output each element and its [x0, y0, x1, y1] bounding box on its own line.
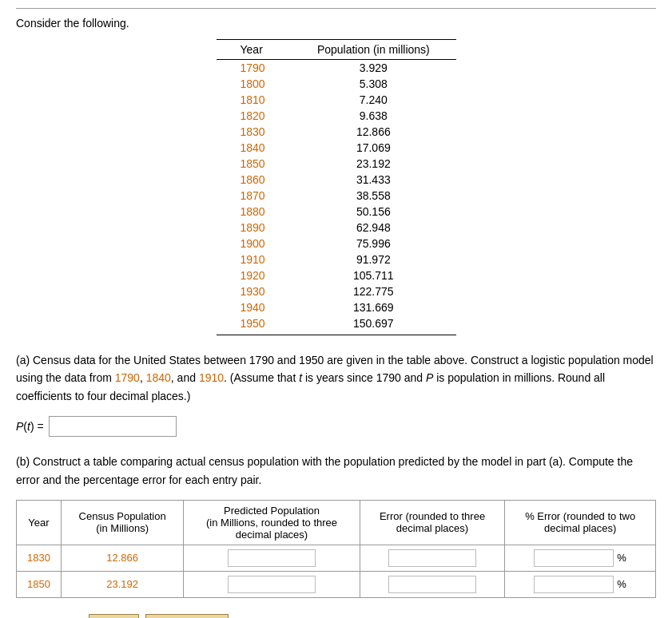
talk-to-tutor-button[interactable]: Talk to a Tutor [145, 614, 229, 618]
table-cell-population: 17.069 [291, 140, 455, 156]
table-cell-year: 1940 [217, 299, 292, 315]
table-row: 1930122.775 [217, 283, 456, 299]
comp-table-row: 185023.192% [17, 571, 656, 597]
table-cell-population: 12.866 [291, 124, 455, 140]
population-table-container: Year Population (in millions) 17903.9291… [16, 39, 656, 335]
comp-cell-census: 12.866 [61, 545, 184, 571]
table-cell-population: 75.996 [291, 236, 455, 252]
table-footer-line [217, 331, 456, 335]
section-a-year3: 1910 [199, 371, 224, 384]
table-cell-population: 31.433 [291, 172, 455, 188]
comp-input-pct-error[interactable] [534, 576, 614, 593]
table-cell-year: 1950 [217, 315, 292, 331]
comp-cell-error [360, 571, 505, 597]
table-row: 188050.156 [217, 204, 456, 220]
comparison-table: Year Census Population(in Millions) Pred… [16, 500, 656, 598]
comp-cell-year: 1850 [17, 571, 62, 597]
comp-col-predicted: Predicted Population(in Millions, rounde… [184, 500, 360, 545]
need-help-section: Need Help? Read It Talk to a Tutor [16, 614, 656, 618]
table-cell-year: 1910 [217, 252, 292, 267]
read-it-button[interactable]: Read It [89, 614, 140, 618]
comp-cell-predicted [184, 545, 360, 571]
table-cell-year: 1850 [217, 156, 292, 172]
comp-col-year: Year [17, 500, 62, 545]
table-row: 187038.558 [217, 188, 456, 204]
section-a-text: (a) Census data for the United States be… [16, 351, 656, 405]
table-row: 189062.948 [217, 220, 456, 236]
table-row: 190075.996 [217, 236, 456, 252]
comparison-table-container: Year Census Population(in Millions) Pred… [16, 500, 656, 598]
table-cell-year: 1810 [217, 92, 292, 108]
section-b-text: (b) Construct a table comparing actual c… [16, 453, 656, 489]
table-cell-population: 91.972 [291, 252, 455, 267]
table-cell-population: 150.697 [291, 315, 455, 331]
table-cell-year: 1830 [217, 124, 292, 140]
comp-cell-census: 23.192 [61, 571, 184, 597]
table-row: 184017.069 [217, 140, 456, 156]
table-row: 1920105.711 [217, 267, 456, 283]
comp-cell-pct-error: % [505, 571, 656, 597]
col-header-year: Year [217, 40, 292, 60]
table-row: 183012.866 [217, 124, 456, 140]
population-table: Year Population (in millions) 17903.9291… [217, 39, 456, 335]
table-row: 17903.929 [217, 60, 456, 77]
comp-input-error[interactable] [388, 576, 476, 593]
table-cell-population: 131.669 [291, 299, 455, 315]
comp-input-predicted[interactable] [228, 576, 316, 593]
pct-label: % [617, 552, 626, 564]
table-cell-population: 9.638 [291, 108, 455, 124]
table-cell-year: 1880 [217, 204, 292, 220]
section-a-comma1: , [140, 371, 146, 384]
table-cell-year: 1800 [217, 76, 292, 92]
table-cell-population: 50.156 [291, 204, 455, 220]
col-header-population: Population (in millions) [291, 40, 455, 60]
table-row: 18107.240 [217, 92, 456, 108]
comp-cell-predicted [184, 571, 360, 597]
table-cell-year: 1920 [217, 267, 292, 283]
table-row: 18209.638 [217, 108, 456, 124]
section-a-year1: 1790 [115, 371, 140, 384]
comp-cell-pct-error: % [505, 545, 656, 571]
table-cell-population: 23.192 [291, 156, 455, 172]
comp-cell-year: 1830 [17, 545, 62, 571]
table-row: 191091.972 [217, 252, 456, 267]
page-container: Consider the following. Year Population … [16, 8, 656, 618]
table-cell-population: 105.711 [291, 267, 455, 283]
comp-input-predicted[interactable] [228, 549, 316, 567]
section-a-year2: 1840 [146, 371, 171, 384]
table-row: 185023.192 [217, 156, 456, 172]
comp-table-row: 183012.866% [17, 545, 656, 571]
pt-input[interactable] [49, 416, 177, 437]
comp-cell-error [360, 545, 505, 571]
table-cell-population: 38.558 [291, 188, 455, 204]
table-cell-year: 1870 [217, 188, 292, 204]
table-cell-year: 1900 [217, 236, 292, 252]
table-cell-population: 62.948 [291, 220, 455, 236]
consider-text: Consider the following. [16, 17, 656, 30]
table-cell-population: 122.775 [291, 283, 455, 299]
table-cell-year: 1840 [217, 140, 292, 156]
pt-line: P(t) = [16, 416, 656, 437]
table-row: 1950150.697 [217, 315, 456, 331]
table-row: 186031.433 [217, 172, 456, 188]
table-row: 1940131.669 [217, 299, 456, 315]
comp-col-error: Error (rounded to threedecimal places) [360, 500, 505, 545]
section-a-and: , and [171, 371, 199, 384]
comp-col-pct-error: % Error (rounded to twodecimal places) [505, 500, 656, 545]
table-cell-population: 3.929 [291, 60, 455, 77]
pct-label: % [617, 578, 626, 590]
comp-input-pct-error[interactable] [534, 549, 614, 567]
section-b-text-content: (b) Construct a table comparing actual c… [16, 455, 633, 485]
table-cell-year: 1790 [217, 60, 292, 77]
comp-input-error[interactable] [388, 549, 476, 567]
table-cell-year: 1860 [217, 172, 292, 188]
table-cell-year: 1890 [217, 220, 292, 236]
table-cell-population: 5.308 [291, 76, 455, 92]
table-row: 18005.308 [217, 76, 456, 92]
pt-label: P(t) = [16, 420, 44, 433]
table-cell-year: 1930 [217, 283, 292, 299]
table-cell-population: 7.240 [291, 92, 455, 108]
comp-col-census: Census Population(in Millions) [61, 500, 184, 545]
table-cell-year: 1820 [217, 108, 292, 124]
